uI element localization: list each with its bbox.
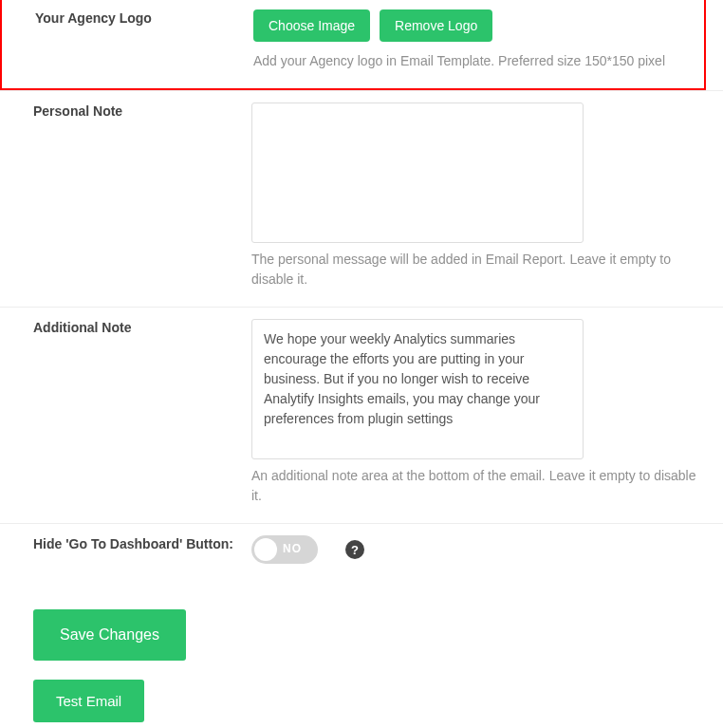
personal-note-help: The personal message will be added in Em…: [251, 250, 709, 289]
help-icon[interactable]: ?: [345, 540, 364, 559]
agency-logo-label: Your Agency Logo: [35, 9, 244, 71]
personal-note-label: Personal Note: [33, 103, 242, 289]
remove-logo-button[interactable]: Remove Logo: [380, 9, 492, 42]
test-email-button[interactable]: Test Email: [33, 680, 144, 722]
save-changes-button[interactable]: Save Changes: [33, 609, 186, 661]
additional-note-help: An additional note area at the bottom of…: [251, 466, 709, 506]
hide-dashboard-label: Hide 'Go To Dashboard' Button:: [33, 535, 242, 564]
additional-note-textarea[interactable]: [251, 319, 584, 459]
toggle-text: NO: [283, 542, 302, 555]
additional-note-label: Additional Note: [33, 319, 242, 506]
personal-note-textarea[interactable]: [251, 103, 584, 243]
hide-dashboard-toggle[interactable]: NO: [251, 535, 318, 564]
agency-logo-help: Add your Agency logo in Email Template. …: [253, 51, 690, 71]
choose-image-button[interactable]: Choose Image: [253, 9, 370, 42]
toggle-knob: [254, 538, 277, 561]
